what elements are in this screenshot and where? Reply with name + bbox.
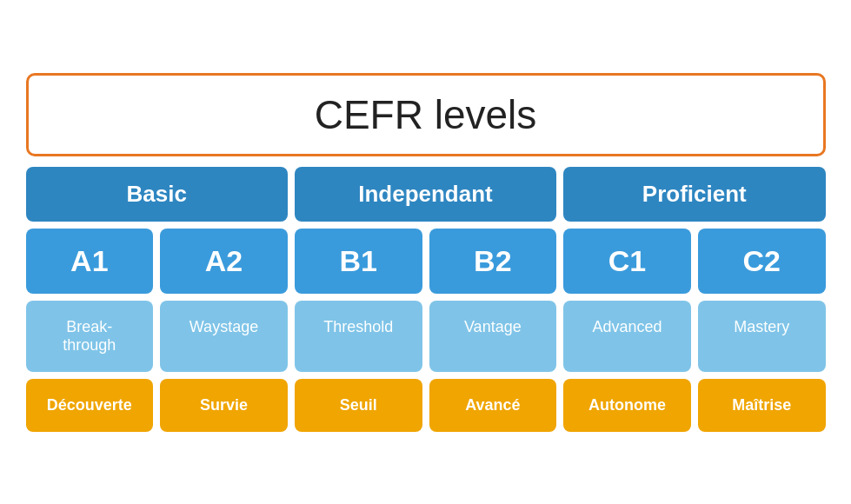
category-independant: Independant <box>295 167 556 222</box>
level-b2-name: Vantage <box>429 301 557 372</box>
level-a1-name: Break-through <box>26 301 154 372</box>
level-b1-french: Seuil <box>295 379 422 432</box>
level-c2-name: Mastery <box>698 301 826 372</box>
level-c1-name: Advanced <box>563 301 691 372</box>
level-a2-name: Waystage <box>160 301 288 372</box>
level-c2-french: Maîtrise <box>698 379 826 432</box>
level-b2-french: Avancé <box>429 379 557 432</box>
cefr-container: CEFR levels Basic Independant Proficient… <box>17 64 834 441</box>
level-a1-code: A1 <box>26 229 154 294</box>
level-c1-code: C1 <box>563 229 691 294</box>
cefr-grid: Basic Independant Proficient A1 A2 B1 B2… <box>26 167 826 432</box>
level-c1-french: Autonome <box>563 379 691 432</box>
page-title: CEFR levels <box>315 92 537 137</box>
level-b2-code: B2 <box>429 229 557 294</box>
level-c2-code: C2 <box>698 229 826 294</box>
category-basic: Basic <box>26 167 288 222</box>
level-a2-french: Survie <box>160 379 288 432</box>
title-box: CEFR levels <box>26 73 826 156</box>
level-a1-french: Découverte <box>26 379 154 432</box>
level-b1-name: Threshold <box>295 301 422 372</box>
category-proficient: Proficient <box>563 167 825 222</box>
level-a2-code: A2 <box>160 229 288 294</box>
level-b1-code: B1 <box>295 229 422 294</box>
